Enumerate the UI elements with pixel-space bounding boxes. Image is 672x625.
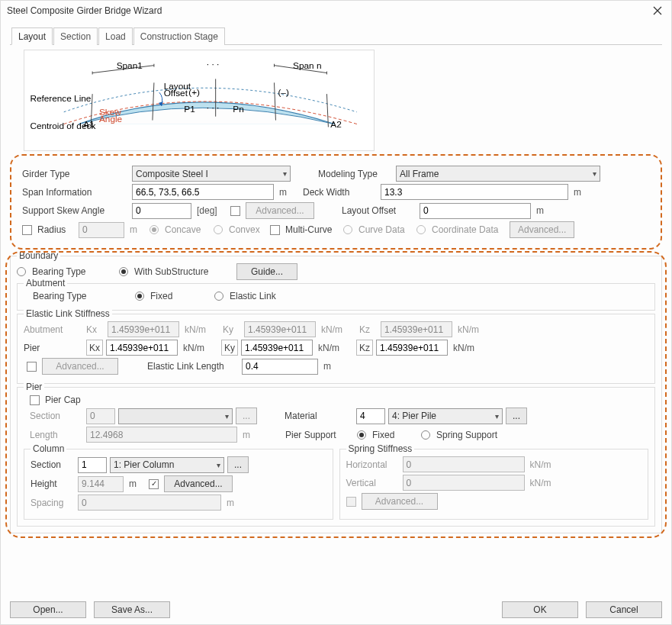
spring-vertical-input (403, 475, 525, 491)
svg-text:(–): (–) (278, 87, 288, 98)
layout-diagram: Span1 Span n · · · · · · Reference Line … (24, 50, 375, 151)
abut-fixed-radio[interactable] (135, 292, 144, 301)
tab-construction-stage[interactable]: Construction Stage (133, 27, 225, 45)
modeling-type-select[interactable]: All Frame▾ (396, 166, 600, 182)
with-substructure-radio[interactable] (119, 267, 128, 276)
girder-type-select[interactable]: Composite Steel I▾ (132, 166, 291, 182)
abut-elastic-radio[interactable] (214, 292, 223, 301)
skew-angle-input[interactable] (132, 203, 191, 219)
column-advanced-check[interactable] (149, 479, 159, 489)
boundary-title: Boundary (17, 250, 60, 261)
svg-text:(+): (+) (188, 87, 200, 98)
layout-offset-input[interactable] (420, 203, 531, 219)
span-unit: m (279, 187, 296, 198)
deck-unit: m (574, 187, 581, 198)
tab-strip: Layout Section Load Construction Stage (10, 27, 662, 45)
bearing-type-radio[interactable] (17, 267, 26, 276)
material-select[interactable]: 4: Pier Pile▾ (388, 408, 503, 424)
layout-offset-unit: m (536, 205, 544, 216)
deck-width-input[interactable] (381, 184, 568, 200)
open-button[interactable]: Open... (10, 601, 86, 618)
spring-horizontal-input (403, 456, 525, 472)
tab-section[interactable]: Section (53, 27, 98, 45)
span-info-label: Span Information (22, 187, 129, 198)
cancel-button[interactable]: Cancel (586, 601, 662, 618)
material-browse[interactable]: ... (506, 408, 527, 424)
material-input[interactable] (356, 408, 385, 424)
piercap-section-input (86, 408, 115, 424)
save-as-button[interactable]: Save As... (94, 601, 170, 618)
ok-button[interactable]: OK (502, 601, 578, 618)
column-section-input[interactable] (78, 457, 107, 473)
els-advanced-button: Advanced... (42, 358, 118, 375)
spring-advanced-button: Advanced... (362, 493, 438, 510)
abutment-title: Abutment (24, 278, 67, 288)
abut-kz-input (381, 321, 452, 337)
boundary-group: Boundary Bearing Type With SubStructure … (10, 256, 662, 533)
spring-advanced-check (346, 497, 356, 507)
column-section-select[interactable]: 1: Pier Column▾ (110, 457, 224, 473)
abut-kx-input (108, 321, 179, 337)
deck-width-label: Deck Width (303, 187, 378, 198)
guide-button[interactable]: Guide... (236, 263, 297, 280)
svg-text:· · ·: · · · (207, 102, 219, 113)
multicurve-advanced-button: Advanced... (510, 221, 574, 238)
piercap-check[interactable] (30, 395, 40, 405)
svg-text:· · ·: · · · (207, 59, 219, 69)
abutment-group: Abutment Bearing Type Fixed Elastic Link (17, 283, 655, 311)
tab-layout[interactable]: Layout (11, 27, 53, 45)
skew-angle-label: Support Skew Angle (22, 205, 129, 216)
column-advanced-button[interactable]: Advanced... (164, 475, 233, 492)
column-height-input (78, 476, 124, 492)
abut-bearing-label: Bearing Type (33, 291, 132, 301)
window-title: Steel Composite Girder Bridge Wizard (7, 5, 650, 16)
radius-input (79, 222, 124, 238)
elastic-link-stiffness-group: Elastic Link Stiffness Abutment Kx kN/m … (17, 314, 655, 384)
pier-group: Pier Pier Cap Section ▾ ... Material 4: … (17, 387, 655, 527)
svg-text:Angle: Angle (99, 114, 123, 124)
elastic-link-length-input[interactable] (242, 359, 318, 375)
pier-spring-radio[interactable] (421, 430, 430, 440)
svg-text:Reference Line: Reference Line (30, 93, 91, 104)
curvedata-radio (343, 225, 352, 234)
pier-fixed-radio[interactable] (357, 430, 366, 440)
els-advanced-check[interactable] (27, 362, 37, 372)
layout-params-group: Girder Type Composite Steel I▾ Modeling … (10, 154, 662, 250)
radius-label: Radius (37, 224, 76, 235)
svg-text:P1: P1 (184, 104, 195, 114)
piercap-length-input (86, 427, 237, 443)
modeling-type-label: Modeling Type (318, 169, 393, 179)
multicurve-check[interactable] (270, 225, 280, 235)
skew-advanced-button[interactable]: Advanced... (246, 202, 314, 219)
girder-type-label: Girder Type (22, 169, 129, 179)
column-group: Column Section 1: Pier Column▾ ... Heigh… (24, 449, 333, 520)
svg-text:Offset: Offset (164, 88, 188, 98)
svg-text:Span n: Span n (293, 60, 321, 71)
layout-offset-label: Layout Offset (342, 205, 416, 216)
spring-stiffness-group: Spring Stiffness Horizontal kN/m Vertica… (339, 449, 649, 520)
close-icon[interactable] (650, 3, 665, 18)
tab-load[interactable]: Load (98, 27, 133, 45)
skew-unit: [deg] (197, 205, 227, 216)
column-spacing-input (78, 495, 221, 511)
pier-ky-input[interactable] (241, 340, 313, 356)
abut-ky-input (244, 321, 316, 337)
svg-text:A1: A1 (83, 119, 94, 130)
piercap-section-select: ▾ (118, 408, 233, 424)
svg-text:Span1: Span1 (117, 60, 143, 71)
svg-text:A2: A2 (330, 119, 341, 130)
convex-radio (214, 225, 223, 234)
radius-unit: m (130, 224, 146, 235)
radius-check[interactable] (22, 225, 32, 235)
pier-kz-input[interactable] (376, 340, 448, 356)
coorddata-radio (416, 225, 426, 234)
span-info-input[interactable] (132, 184, 274, 200)
skew-advanced-check[interactable] (230, 206, 240, 216)
pier-kx-input[interactable] (106, 340, 178, 356)
concave-radio (150, 225, 159, 234)
piercap-section-browse: ... (236, 408, 257, 424)
svg-text:Pn: Pn (233, 104, 243, 114)
column-section-browse[interactable]: ... (227, 456, 249, 473)
